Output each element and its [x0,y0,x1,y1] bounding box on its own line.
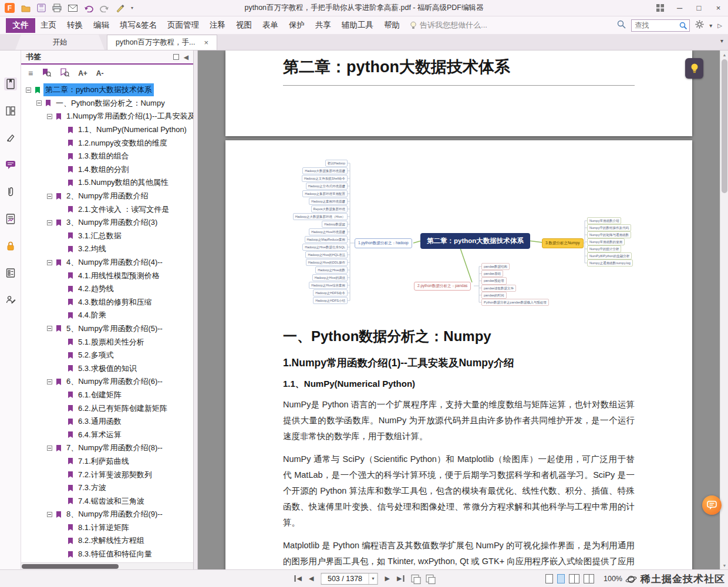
bookmark-item[interactable]: 1.Numpy常用函数介绍(1)--工具安装及Numpy介绍 [21,110,193,123]
menu-tab[interactable]: 表单 [257,16,284,34]
find-input[interactable] [632,21,676,29]
bookmark-item[interactable]: 6.4.算术运算 [21,428,193,441]
tree-expander-icon[interactable] [26,87,31,93]
page-thumbnails-icon[interactable] [4,104,17,117]
bookmark-item[interactable]: 1.1、NumPy(Numerical Python) [21,123,193,137]
scroll-up-icon[interactable]: ▲ [720,50,728,59]
zoom-level[interactable]: 100% [604,575,622,583]
bookmark-item[interactable]: 7.2.计算斐波那契数列 [21,468,193,481]
tree-expander-icon[interactable] [36,100,42,106]
font-decrease-button[interactable]: A- [96,69,104,77]
menu-tab[interactable]: 保护 [284,16,310,34]
snapshot-icon[interactable] [426,575,433,582]
bookmark-item[interactable]: 7、Numpy常用函数介绍(8)-- [21,441,193,455]
qat-customize-icon[interactable]: ▾ [131,5,133,11]
presentation-play-icon[interactable]: ▷ [717,22,722,29]
page-number-input[interactable] [322,575,369,583]
tree-expander-icon[interactable] [47,114,52,119]
menu-tab[interactable]: 主页 [35,16,62,34]
bookmark-item[interactable]: 2、Numpy常用函数介绍 [21,190,193,203]
next-page-button[interactable]: ▶ [385,575,390,582]
bookmark-item[interactable]: 5.3.求极值的知识 [21,362,193,375]
tab-document[interactable]: python百万字教程，手... × [107,35,217,50]
menu-tab[interactable]: 转换 [62,16,88,34]
security-lock-icon[interactable] [4,239,17,252]
menu-tab[interactable]: 视图 [231,16,257,34]
tab-close-icon[interactable]: × [204,38,208,47]
bookmark-item[interactable]: 7.3.方波 [21,481,193,495]
menu-tab[interactable]: 编辑 [88,16,114,34]
undo-icon[interactable] [84,4,93,12]
bookmark-options-icon[interactable]: ≡ [28,69,33,78]
bookmark-item[interactable]: 1.2.numpy改变数组的维度 [21,136,193,150]
bookmark-item[interactable]: 7.4.锯齿波和三角波 [21,494,193,508]
document-viewport[interactable]: 第二章：python大数据技术体系 初识HadoopHadoop大数据集群环境搭… [198,50,720,569]
panel-splitter[interactable] [194,50,198,569]
search-plus-icon[interactable] [617,20,626,31]
tree-expander-icon[interactable] [47,326,52,331]
scrollbar-thumb[interactable] [722,59,727,193]
bookmark-item[interactable]: 4.2.趋势线 [21,282,193,296]
bookmark-item[interactable]: 6、Numpy常用函数介绍(6)-- [21,375,193,389]
menu-tab[interactable]: 页面管理 [162,16,204,34]
hint-bulb-button[interactable] [685,58,703,79]
panel-collapse-icon[interactable]: ◀ [184,54,188,60]
tree-expander-icon[interactable] [47,260,52,265]
digital-signature-icon[interactable] [4,212,17,225]
find-bookmark-icon[interactable] [60,68,69,79]
form-fields-icon[interactable] [4,266,17,279]
scrollbar-thumb[interactable] [22,564,119,569]
view-single-page-icon[interactable] [545,574,553,583]
bookmark-item[interactable]: 8.1.计算逆矩阵 [21,521,193,535]
bookmark-item[interactable]: 1.4.数组的分割 [21,163,193,177]
tree-expander-icon[interactable] [47,194,52,199]
close-button[interactable]: × [709,0,728,16]
maximize-button[interactable]: □ [689,0,709,16]
vertical-scrollbar[interactable]: ▲ ▼ [720,50,728,569]
first-page-button[interactable]: ◀ [295,575,302,582]
signature-icon[interactable] [4,294,17,306]
view-continuous-icon[interactable] [557,574,565,583]
menu-tab[interactable]: 辅助工具 [336,16,379,34]
stamp-pen-icon[interactable] [116,4,124,12]
tree-expander-icon[interactable] [47,379,52,384]
bookmark-item[interactable]: 2.1.文件读入 ：读写文件是 [21,203,193,216]
ribbon-options-dropdown-icon[interactable]: ▾ [709,22,712,29]
expand-current-bookmark-icon[interactable] [42,68,51,79]
bookmark-item[interactable]: 8.3.特征值和特征向量 [21,548,193,561]
tree-expander-icon[interactable] [47,446,52,451]
bookmark-item[interactable]: 3、Numpy常用函数介绍(3) [21,216,193,230]
bookmark-item[interactable]: 8、Numpy常用函数介绍(9)-- [21,508,193,521]
bookmark-item[interactable]: 3.2.均线 [21,242,193,256]
minimize-button[interactable]: ─ [670,0,689,16]
menu-tab[interactable]: 注释 [204,16,231,34]
previous-page-button[interactable]: ◀ [309,575,314,582]
bookmark-item[interactable]: 5.2.多项式 [21,349,193,362]
panel-options-icon[interactable] [173,54,179,60]
bookmark-item[interactable]: 4、Numpy常用函数介绍(4)-- [21,256,193,269]
bookmark-item[interactable]: 第二章：python大数据技术体系 [21,83,193,97]
bookmark-item[interactable]: 1.3.数组的组合 [21,150,193,163]
find-magnifier-icon[interactable] [676,20,689,31]
bookmark-item[interactable]: 8.2.求解线性方程组 [21,534,193,548]
tabbar-collapse-icon[interactable]: ▾ [720,38,723,44]
bookmark-item[interactable]: 一、Python数据分析之：Numpy [21,97,193,110]
menu-tab[interactable]: 填写&签名 [114,16,162,34]
bookmark-item[interactable]: 6.1.创建矩阵 [21,389,193,402]
bookmark-item[interactable]: 4.1.用线性模型预测价格 [21,269,193,282]
bookmark-item[interactable]: 5.1.股票相关性分析 [21,335,193,349]
bookmark-item[interactable]: 3.1.汇总数据 [21,230,193,243]
tree-expander-icon[interactable] [47,512,52,517]
highlighter-icon[interactable] [4,131,17,144]
attachments-icon[interactable] [4,185,17,198]
layout-grid-icon[interactable] [651,0,670,16]
community-float-button[interactable] [702,495,722,515]
bookmark-item[interactable]: 1.5.Numpy数组的其他属性 [21,176,193,190]
bookmark-item[interactable]: 4.3.数组的修剪和压缩 [21,296,193,309]
bookmark-item[interactable]: 7.1.利萨茹曲线 [21,455,193,468]
file-menu-tab[interactable]: 文件 [6,18,35,33]
open-icon[interactable] [21,4,31,12]
tab-home[interactable]: 开始 [15,35,105,50]
bookmarks-horizontal-scrollbar[interactable] [21,562,193,569]
mail-icon[interactable] [68,5,77,12]
